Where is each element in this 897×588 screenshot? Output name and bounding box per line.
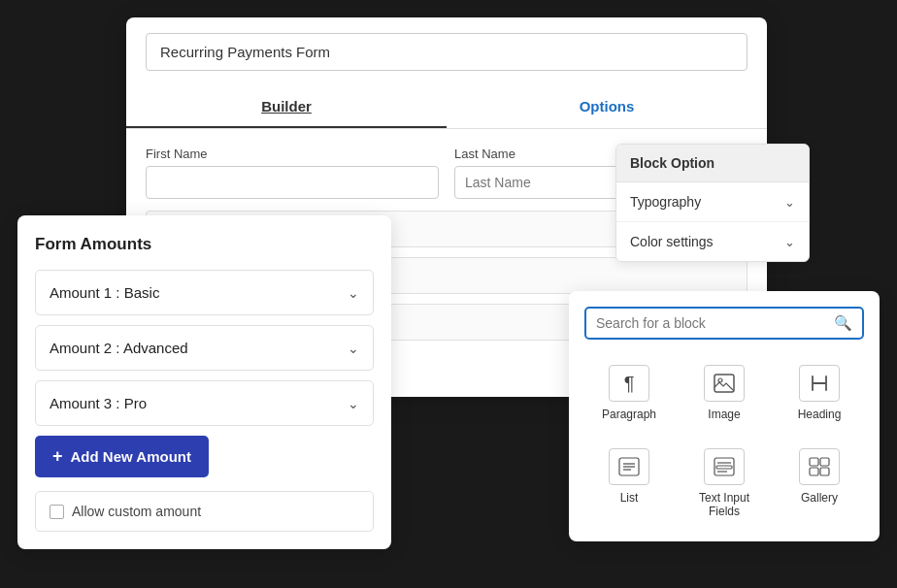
block-search-input[interactable] — [596, 315, 834, 331]
typography-label: Typography — [630, 194, 701, 210]
amount-3-label: Amount 3 : Pro — [50, 395, 147, 411]
blocks-grid: ¶ Paragraph Image Heading — [584, 355, 864, 526]
gallery-icon — [799, 448, 840, 485]
add-new-amount-button[interactable]: + Add New Amount — [35, 436, 209, 477]
block-list[interactable]: List — [584, 439, 674, 526]
block-search-row: 🔍 — [584, 307, 864, 340]
block-picker-panel: 🔍 ¶ Paragraph Image H — [569, 291, 880, 541]
block-option-color[interactable]: Color settings ⌄ — [616, 222, 809, 261]
form-title-bar — [126, 17, 767, 86]
typography-chevron-icon: ⌄ — [784, 195, 795, 210]
block-option-typography[interactable]: Typography ⌄ — [616, 182, 809, 222]
amount-2-chevron-icon: ⌄ — [348, 341, 359, 356]
paragraph-label: Paragraph — [602, 408, 656, 421]
block-gallery[interactable]: Gallery — [775, 439, 864, 526]
first-name-input[interactable] — [146, 166, 439, 199]
tab-builder[interactable]: Builder — [126, 86, 447, 128]
custom-amount-label: Allow custom amount — [72, 504, 201, 519]
color-settings-label: Color settings — [630, 234, 714, 249]
svg-rect-8 — [716, 466, 732, 469]
block-option-header: Block Option — [616, 145, 809, 182]
amount-row-3[interactable]: Amount 3 : Pro ⌄ — [35, 380, 374, 426]
amount-2-label: Amount 2 : Advanced — [50, 340, 188, 356]
form-amounts-title: Form Amounts — [35, 235, 374, 254]
svg-rect-12 — [810, 468, 818, 475]
first-name-label: First Name — [146, 147, 439, 161]
svg-rect-0 — [714, 375, 734, 392]
block-image[interactable]: Image — [680, 355, 769, 429]
add-new-icon: + — [52, 446, 63, 467]
search-icon: 🔍 — [834, 314, 852, 332]
amount-row-1[interactable]: Amount 1 : Basic ⌄ — [35, 270, 374, 315]
block-option-panel: Block Option Typography ⌄ Color settings… — [615, 144, 810, 262]
amount-row-2[interactable]: Amount 2 : Advanced ⌄ — [35, 325, 374, 371]
block-heading[interactable]: Heading — [775, 355, 864, 429]
list-icon — [609, 448, 649, 485]
heading-label: Heading — [798, 408, 842, 421]
amount-1-chevron-icon: ⌄ — [348, 285, 359, 301]
form-title-input[interactable] — [146, 33, 748, 71]
block-paragraph[interactable]: ¶ Paragraph — [584, 355, 674, 429]
svg-rect-13 — [820, 468, 829, 475]
svg-point-1 — [718, 378, 722, 382]
gallery-label: Gallery — [801, 491, 838, 505]
tabs-row: Builder Options — [126, 86, 767, 129]
color-chevron-icon: ⌄ — [784, 235, 795, 249]
svg-rect-10 — [810, 458, 818, 466]
text-input-label: Text Input Fields — [683, 491, 765, 518]
svg-rect-6 — [714, 458, 734, 475]
image-label: Image — [708, 408, 740, 421]
list-label: List — [620, 491, 639, 505]
custom-amount-row[interactable]: Allow custom amount — [35, 491, 374, 532]
paragraph-icon: ¶ — [609, 365, 649, 402]
text-input-icon — [704, 448, 745, 485]
first-name-group: First Name — [146, 147, 439, 199]
custom-amount-checkbox[interactable] — [50, 505, 64, 519]
form-amounts-panel: Form Amounts Amount 1 : Basic ⌄ Amount 2… — [17, 215, 391, 549]
block-text-input[interactable]: Text Input Fields — [680, 439, 769, 526]
image-icon — [704, 365, 745, 402]
heading-icon — [799, 365, 840, 402]
tab-options[interactable]: Options — [447, 86, 767, 128]
amount-1-label: Amount 1 : Basic — [50, 284, 159, 301]
add-new-label: Add New Amount — [71, 448, 191, 465]
amount-3-chevron-icon: ⌄ — [348, 396, 359, 411]
svg-rect-11 — [820, 458, 829, 466]
